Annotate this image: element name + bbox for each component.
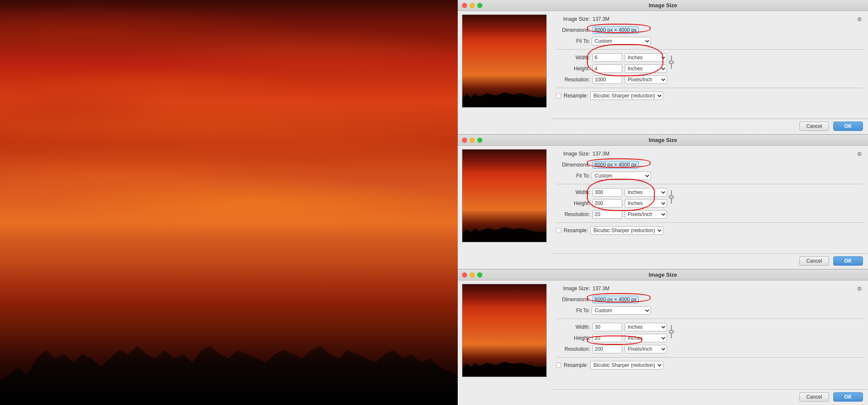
gear-icon-2[interactable]: ⚙: [856, 150, 863, 157]
height-row-2: Height: Inches: [556, 199, 667, 208]
resolution-unit-select-2[interactable]: Pixels/Inch: [625, 210, 667, 219]
minimize-button-1[interactable]: [470, 3, 475, 8]
maximize-button-2[interactable]: [477, 138, 482, 143]
resample-row-2: Resample: Bicubic Sharper (reduction): [556, 226, 863, 235]
wh-group-2: Width: Inches Height: Inches: [556, 188, 863, 208]
resolution-input-1[interactable]: [593, 75, 622, 84]
ok-button-3[interactable]: OK: [833, 392, 863, 402]
gear-icon-3[interactable]: ⚙: [856, 285, 863, 292]
dialog-2-body: Image Size: 137.3M ⚙ Dimensions: 6000 px…: [458, 146, 868, 269]
height-label-3: Height:: [556, 335, 590, 341]
chain-icon-1: [669, 61, 674, 64]
maximize-button-1[interactable]: [477, 3, 482, 8]
resample-method-select-1[interactable]: Bicubic Sharper (reduction) Preserve Det…: [590, 92, 663, 100]
image-size-value-1: 137.3M: [593, 16, 609, 22]
width-input-2[interactable]: [593, 188, 622, 197]
cancel-button-1[interactable]: Cancel: [799, 122, 829, 131]
image-size-value-2: 137.3M: [593, 151, 609, 157]
fit-to-row-3: Fit To: Custom: [556, 306, 863, 315]
dimensions-label-1: Dimensions:: [556, 27, 590, 33]
dimensions-value-1: 6000 px × 4000 px: [593, 26, 639, 34]
dimensions-row-3: Dimensions: 6000 px × 4000 px: [556, 295, 863, 304]
resolution-input-2[interactable]: [593, 210, 622, 219]
dialog-2-title: Image Size: [648, 137, 677, 143]
thumb-photo-3: [462, 284, 546, 377]
height-label-2: Height:: [556, 200, 590, 206]
dialog-1-form-wrapper: Image Size: 137.3M ⚙ Dimensions: 6000 px…: [551, 11, 868, 134]
resolution-unit-select-3[interactable]: Pixels/Inch: [625, 345, 667, 353]
chain-link-3: [669, 325, 674, 338]
resample-label-2: Resample:: [564, 227, 588, 233]
dialog-2-buttons: Cancel OK: [551, 253, 868, 269]
cancel-button-3[interactable]: Cancel: [799, 392, 829, 402]
fit-to-label-3: Fit To:: [556, 308, 590, 313]
height-input-3[interactable]: [593, 334, 622, 342]
height-input-2[interactable]: [593, 199, 622, 208]
left-photo-panel: [0, 0, 458, 405]
dialog-1: Image Size Image Size: 137.3M ⚙ Di: [458, 0, 868, 135]
fit-to-select-2[interactable]: Custom: [592, 172, 651, 180]
resolution-unit-select-1[interactable]: Pixels/Inch Pixels/cm: [625, 75, 667, 84]
resample-checkbox-3[interactable]: [556, 363, 561, 368]
minimize-button-3[interactable]: [470, 272, 475, 277]
dialog-2-form: Image Size: 137.3M ⚙ Dimensions: 6000 px…: [551, 146, 868, 253]
chain-icon-3: [669, 330, 674, 333]
ok-button-2[interactable]: OK: [833, 256, 863, 266]
ok-button-1[interactable]: OK: [833, 122, 863, 131]
image-size-label-2: Image Size:: [556, 151, 590, 157]
minimize-button-2[interactable]: [470, 138, 475, 143]
fit-to-select-3[interactable]: Custom: [592, 306, 651, 315]
wh-group-3: Width: Inches Height: Inches: [556, 322, 863, 343]
right-panel: Image Size Image Size: 137.3M ⚙ Di: [458, 0, 868, 405]
width-unit-select-3[interactable]: Inches: [625, 323, 667, 331]
resample-checkbox-1[interactable]: [556, 93, 561, 98]
close-button-2[interactable]: [462, 138, 467, 143]
wh-fields-1: Width: Inches Pixels cm Height:: [556, 53, 667, 73]
cancel-button-2[interactable]: Cancel: [799, 256, 829, 266]
image-size-label-3: Image Size:: [556, 286, 590, 291]
width-unit-select-2[interactable]: Inches: [625, 188, 667, 197]
fit-to-label-2: Fit To:: [556, 173, 590, 179]
height-unit-select-1[interactable]: Inches Pixels cm: [625, 64, 667, 73]
dimensions-row-1: Dimensions: 6000 px × 4000 px: [556, 25, 863, 35]
height-unit-select-2[interactable]: Inches: [625, 199, 667, 208]
dialog-2-titlebar: Image Size: [458, 135, 868, 146]
dialog-3-buttons: Cancel OK: [551, 389, 868, 405]
resolution-label-3: Resolution:: [556, 346, 590, 352]
close-button-1[interactable]: [462, 3, 467, 8]
fit-to-label-1: Fit To:: [556, 38, 590, 44]
dialog-1-body: Image Size: 137.3M ⚙ Dimensions: 6000 px…: [458, 11, 868, 134]
divider-5: [556, 319, 863, 319]
dialog-3-thumbnail: [462, 284, 547, 377]
resolution-input-3[interactable]: [593, 345, 622, 353]
resample-method-select-2[interactable]: Bicubic Sharper (reduction): [590, 226, 663, 235]
width-row-2: Width: Inches: [556, 188, 667, 197]
resample-checkbox-2[interactable]: [556, 228, 561, 233]
dialog-2: Image Size Image Size: 137.3M ⚙ Dimensio…: [458, 135, 868, 269]
image-size-row-2: Image Size: 137.3M ⚙: [556, 149, 863, 158]
dialog-1-form: Image Size: 137.3M ⚙ Dimensions: 6000 px…: [551, 11, 868, 119]
image-size-label-1: Image Size:: [556, 16, 590, 22]
width-row-1: Width: Inches Pixels cm: [556, 53, 667, 62]
width-unit-select-1[interactable]: Inches Pixels cm: [625, 53, 667, 62]
wh-fields-3: Width: Inches Height: Inches: [556, 322, 667, 343]
maximize-button-3[interactable]: [477, 272, 482, 277]
close-button-3[interactable]: [462, 272, 467, 277]
dialog-1-title: Image Size: [648, 2, 677, 8]
traffic-lights-2: [462, 138, 482, 143]
dialog-3-title: Image Size: [648, 272, 677, 278]
fit-to-select-1[interactable]: Custom: [592, 37, 651, 45]
width-input-1[interactable]: [593, 53, 622, 62]
dimensions-row-2: Dimensions: 6000 px × 4000 px: [556, 160, 863, 169]
divider-4: [556, 222, 863, 223]
width-input-3[interactable]: [593, 323, 622, 331]
chain-top-1: [671, 55, 672, 61]
dialog-3: Image Size Image Size: 137.3M ⚙ Dimensio…: [458, 269, 868, 405]
fit-to-row-2: Fit To: Custom: [556, 171, 863, 180]
resample-method-select-3[interactable]: Bicubic Sharper (reduction): [590, 361, 663, 369]
chain-bottom-1: [671, 64, 672, 69]
gear-icon-1[interactable]: ⚙: [856, 16, 863, 22]
height-unit-select-3[interactable]: Inches: [625, 334, 667, 342]
dialog-1-titlebar: Image Size: [458, 0, 868, 11]
height-input-1[interactable]: [593, 64, 622, 73]
